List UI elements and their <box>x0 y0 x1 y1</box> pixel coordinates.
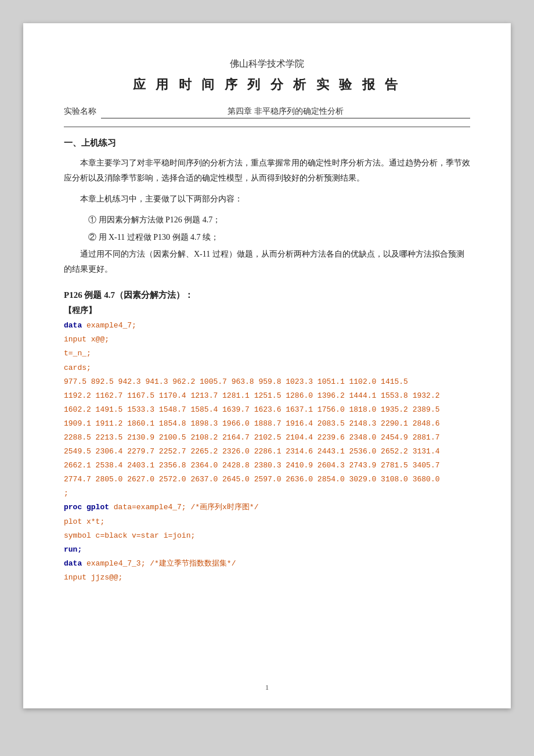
code-keyword-data2: data <box>64 559 82 568</box>
code-data-row-4: 1909.1 1911.2 1860.1 1854.8 1898.3 1966.… <box>64 419 440 428</box>
code-t: t=_n_; <box>64 349 91 358</box>
code-keyword-proc: proc gplot <box>64 503 109 512</box>
section1-para2: 本章上机练习中，主要做了以下两部分内容： <box>64 192 470 207</box>
code-data-row-3: 1602.2 1491.5 1533.3 1548.7 1585.4 1639.… <box>64 405 440 414</box>
page: 佛山科学技术学院 应 用 时 间 序 列 分 析 实 验 报 告 实验名称 第四… <box>23 23 511 708</box>
code-input-jjzs-stmt: input jjzs@@; <box>64 573 122 582</box>
code-data-row-5: 2288.5 2213.5 2130.9 2100.5 2108.2 2164.… <box>64 433 440 442</box>
code-symbol: symbol c=black v=star i=join; <box>64 530 470 542</box>
code-line-3: t=_n_; <box>64 347 470 360</box>
university-title: 佛山科学技术学院 <box>64 58 470 70</box>
experiment-name-row: 实验名称 第四章 非平稳序列的确定性分析 <box>64 106 470 118</box>
code-rest-1: example4_7; <box>82 321 136 330</box>
section1-item1: ① 用因素分解方法做 P126 例题 4.7； <box>64 213 470 228</box>
section2-heading: P126 例题 4.7（因素分解方法）： <box>64 290 470 301</box>
code-data-3: 1602.2 1491.5 1533.3 1548.7 1585.4 1639.… <box>64 404 470 416</box>
code-proc-gplot: proc gplot data=example4_7; /*画序列x时序图*/ <box>64 501 470 514</box>
code-data-4: 1909.1 1911.2 1860.1 1854.8 1898.3 1966.… <box>64 417 470 430</box>
section1-para1: 本章主要学习了对非平稳时间序列的分析方法，重点掌握常用的确定性时序分析方法。通过… <box>64 156 470 186</box>
code-cards: cards; <box>64 363 91 372</box>
code-plot-stmt: plot x*t; <box>64 517 104 526</box>
code-semi: ; <box>64 489 68 498</box>
code-data-row-7: 2662.1 2538.4 2403.1 2356.8 2364.0 2428.… <box>64 461 440 470</box>
code-data-row-2: 1192.2 1162.7 1167.5 1170.4 1213.7 1281.… <box>64 391 440 400</box>
code-run: run; <box>64 543 470 556</box>
code-data-2: 1192.2 1162.7 1167.5 1170.4 1213.7 1281.… <box>64 390 470 402</box>
report-title: 应 用 时 间 序 列 分 析 实 验 报 告 <box>64 76 470 93</box>
code-symbol-stmt: symbol c=black v=star i=join; <box>64 531 195 540</box>
code-line-2: input x@@; <box>64 333 470 346</box>
code-keyword-run: run; <box>64 545 82 554</box>
code-data-7: 2662.1 2538.4 2403.1 2356.8 2364.0 2428.… <box>64 459 470 472</box>
code-plot: plot x*t; <box>64 516 470 528</box>
program-label: 【程序】 <box>64 305 470 316</box>
code-data-row-1: 977.5 892.5 942.3 941.3 962.2 1005.7 963… <box>64 377 408 386</box>
code-proc-rest: data=example4_7; /*画序列x时序图*/ <box>109 503 258 512</box>
code-keyword-data: data <box>64 321 82 330</box>
code-line-4: cards; <box>64 362 470 375</box>
code-data-6: 2549.5 2306.4 2279.7 2252.7 2265.2 2326.… <box>64 445 470 458</box>
code-data2-line: data example4_7_3; /*建立季节指数数据集*/ <box>64 557 470 570</box>
code-data-row-6: 2549.5 2306.4 2279.7 2252.7 2265.2 2326.… <box>64 447 440 456</box>
code-data-5: 2288.5 2213.5 2130.9 2100.5 2108.2 2164.… <box>64 431 470 444</box>
experiment-name-value: 第四章 非平稳序列的确定性分析 <box>101 106 470 118</box>
code-data2-rest: example4_7_3; /*建立季节指数数据集*/ <box>82 559 236 568</box>
experiment-label: 实验名称 <box>64 106 96 117</box>
divider <box>64 127 470 127</box>
code-input-jjzs: input jjzs@@; <box>64 571 470 584</box>
section1-item2: ② 用 X-11 过程做 P130 例题 4.7 续； <box>64 230 470 245</box>
code-data-8: 2774.7 2805.0 2627.0 2572.0 2637.0 2645.… <box>64 473 470 486</box>
code-line-1: data example4_7; <box>64 319 470 332</box>
section1-para3: 通过用不同的方法（因素分解、X-11 过程）做题，从而分析两种方法各自的优缺点，… <box>64 247 470 277</box>
section1-heading: 一、上机练习 <box>64 138 470 149</box>
page-number: 1 <box>23 683 511 692</box>
code-semicolon: ; <box>64 487 470 500</box>
code-data-1: 977.5 892.5 942.3 941.3 962.2 1005.7 963… <box>64 376 470 388</box>
code-input: input x@@; <box>64 335 109 344</box>
code-data-row-8: 2774.7 2805.0 2627.0 2572.0 2637.0 2645.… <box>64 475 440 484</box>
